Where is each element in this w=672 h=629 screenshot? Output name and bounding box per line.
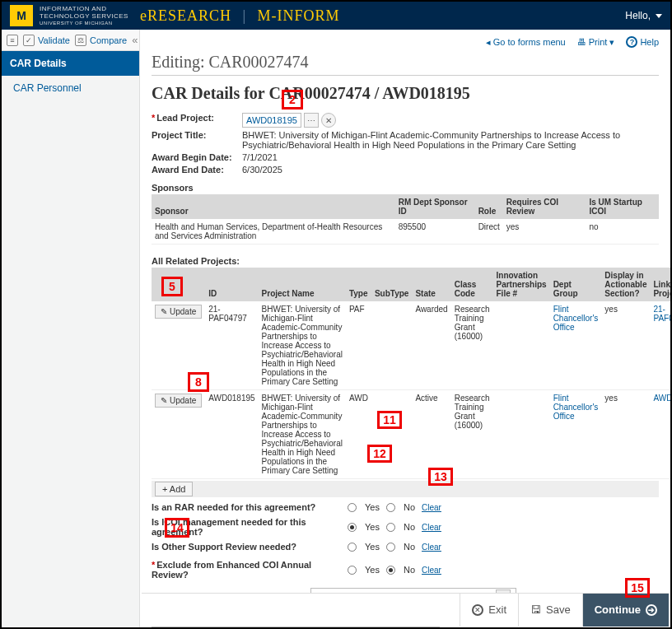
related-row: ✎ Update 21-PAF04797 BHWET: University o… <box>152 301 670 390</box>
rar-clear-link[interactable]: Clear <box>422 503 441 512</box>
help-button[interactable]: ? Help <box>626 36 659 48</box>
exclude-clear-link[interactable]: Clear <box>422 566 441 575</box>
print-button[interactable]: 🖶 Print ▾ <box>577 37 615 48</box>
related-heading: All Related Projects: <box>152 256 659 266</box>
lead-project-clear-button[interactable]: ✕ <box>321 113 336 128</box>
project-link[interactable]: 21-PAF04797 <box>650 301 670 390</box>
award-begin-label: Award Begin Date: <box>152 152 242 162</box>
icoi-label: Is ICOI management needed for this agree… <box>152 517 341 537</box>
sidebar: ≡ ✓Validate ⚖Compare « CAR Details CAR P… <box>2 30 140 627</box>
sponsors-table: Sponsor RM Dept Sponsor ID Role Requires… <box>152 194 659 245</box>
page-title: CAR Details for CAR00027474 / AWD018195 <box>152 84 659 103</box>
exclude-no-radio[interactable] <box>386 566 395 575</box>
exclude-label: *Exclude from Enhanced COI Annual Review… <box>152 560 341 580</box>
exclude-yes-radio[interactable] <box>348 566 357 575</box>
validate-button[interactable]: ✓Validate <box>23 35 70 46</box>
award-end-label: Award End Date: <box>152 165 242 175</box>
editing-heading: Editing: CAR00027474 <box>152 53 659 72</box>
lead-project-browse-button[interactable]: ⋯ <box>304 113 319 128</box>
icoi-yes-radio[interactable] <box>348 523 357 532</box>
footer-bar: ✕Exit 🖫Save Continue➔ <box>142 593 669 626</box>
lead-project-label: Lead Project: <box>156 113 214 123</box>
its-label: INFORMATION AND TECHNOLOGY SERVICES UNIV… <box>40 5 128 27</box>
update-button[interactable]: ✎ Update <box>155 305 202 319</box>
save-button[interactable]: 🖫Save <box>518 594 582 627</box>
continue-button[interactable]: Continue➔ <box>582 594 669 627</box>
award-end-value: 6/30/2025 <box>242 165 282 175</box>
brand: eRESEARCH | M-INFORM <box>140 7 340 25</box>
project-title-label: Project Title: <box>152 130 242 140</box>
go-to-forms-link[interactable]: ◂ Go to forms menu <box>486 37 566 48</box>
dept-group-link[interactable]: Flint Chancellor's Office <box>550 390 602 479</box>
topbar: M INFORMATION AND TECHNOLOGY SERVICES UN… <box>2 2 670 30</box>
notes-editor[interactable] <box>152 627 440 627</box>
collapse-sidebar-icon[interactable]: « <box>132 34 135 46</box>
osr-no-radio[interactable] <box>386 543 395 552</box>
sponsors-heading: Sponsors <box>152 183 659 193</box>
user-menu-caret[interactable] <box>656 14 662 18</box>
rar-label: Is an RAR needed for this agreement? <box>152 502 341 512</box>
sidebar-item-car-personnel[interactable]: CAR Personnel <box>2 76 139 100</box>
rar-no-radio[interactable] <box>386 503 395 512</box>
related-projects-table: ID Project Name Type SubType State Class… <box>152 268 670 479</box>
um-logo: M <box>10 5 33 26</box>
sponsor-row: Health and Human Services, Department of… <box>152 219 659 245</box>
dept-group-link[interactable]: Flint Chancellor's Office <box>550 301 602 390</box>
project-link[interactable]: AWD018195 <box>650 390 670 479</box>
icoi-no-radio[interactable] <box>386 523 395 532</box>
exit-button[interactable]: ✕Exit <box>460 594 518 627</box>
related-row: ✎ Update AWD018195 BHWET: University of … <box>152 390 670 479</box>
update-button[interactable]: ✎ Update <box>155 394 202 408</box>
project-title-value: BHWET: University of Michigan-Flint Acad… <box>242 130 659 150</box>
icoi-clear-link[interactable]: Clear <box>422 523 441 532</box>
main-content: ◂ Go to forms menu 🖶 Print ▾ ? Help Edit… <box>140 30 670 627</box>
osr-clear-link[interactable]: Clear <box>422 543 441 552</box>
osr-yes-radio[interactable] <box>348 543 357 552</box>
add-project-button[interactable]: + Add <box>155 482 193 496</box>
hello-label: Hello, <box>625 10 651 21</box>
sidebar-item-car-details[interactable]: CAR Details <box>2 51 139 76</box>
hamburger-icon[interactable]: ≡ <box>7 35 18 46</box>
award-begin-value: 7/1/2021 <box>242 152 278 162</box>
rar-yes-radio[interactable] <box>348 503 357 512</box>
compare-button[interactable]: ⚖Compare <box>75 35 127 46</box>
osr-label: Is Other Support Review needed? <box>152 542 341 552</box>
lead-project-value: AWD018195 <box>242 113 301 128</box>
